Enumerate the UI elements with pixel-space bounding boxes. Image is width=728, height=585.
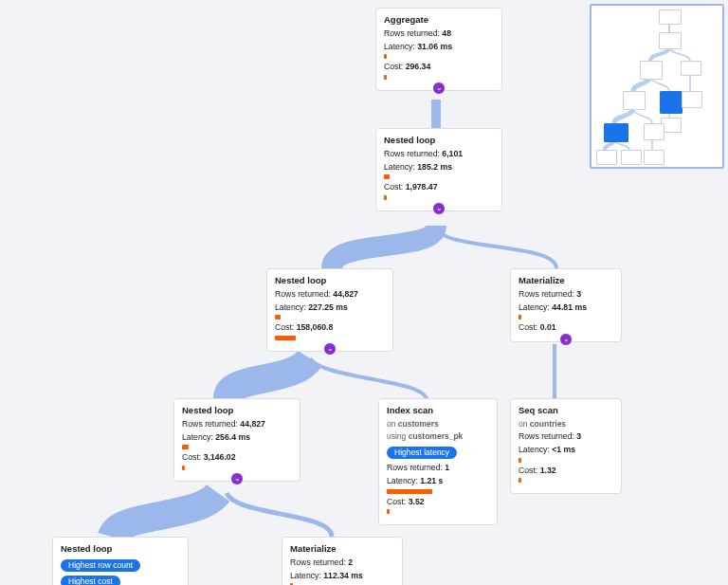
expand-toggle[interactable]: ⌄	[323, 342, 337, 356]
node-nested-loop-3[interactable]: Nested loop Rows returned: 44,827 Latenc…	[173, 398, 300, 482]
node-title: Seq scan	[519, 405, 613, 417]
node-title: Materialize	[519, 275, 613, 287]
badge-highest-cost: Highest cost	[61, 576, 120, 585]
node-title: Materialize	[290, 543, 394, 556]
node-index-scan[interactable]: Index scan on customers using customers_…	[378, 398, 498, 525]
node-title: Aggregate	[384, 14, 494, 27]
node-materialize-2[interactable]: Materialize Rows returned: 2 Latency: 11…	[282, 537, 403, 585]
node-title: Index scan	[387, 405, 489, 417]
node-nested-loop-4[interactable]: Nested loop Highest row count Highest co…	[52, 537, 189, 585]
node-nested-loop-1[interactable]: Nested loop Rows returned: 6,101 Latency…	[375, 128, 502, 211]
query-plan-canvas[interactable]: Aggregate Rows returned: 48 Latency: 31.…	[0, 0, 728, 585]
minimap-edges	[592, 6, 722, 167]
expand-toggle[interactable]: ⌄	[230, 472, 244, 485]
cost-line: Cost: 296.34	[384, 62, 494, 73]
node-seq-scan[interactable]: Seq scan on countries Rows returned: 3 L…	[510, 398, 622, 494]
node-title: Nested loop	[182, 405, 292, 417]
node-title: Nested loop	[275, 275, 385, 287]
latency-line: Latency: 31.06 ms	[384, 42, 494, 53]
minimap[interactable]	[590, 4, 724, 169]
node-title: Nested loop	[384, 135, 494, 147]
node-nested-loop-2[interactable]: Nested loop Rows returned: 44,827 Latenc…	[266, 268, 393, 352]
badge-highest-row-count: Highest row count	[61, 559, 140, 572]
node-aggregate[interactable]: Aggregate Rows returned: 48 Latency: 31.…	[375, 8, 502, 91]
latency-bar	[384, 54, 387, 59]
node-materialize-1[interactable]: Materialize Rows returned: 3 Latency: 44…	[510, 268, 622, 342]
expand-toggle[interactable]: ⌄	[432, 202, 446, 215]
expand-toggle[interactable]: ⌄	[559, 333, 573, 346]
expand-toggle[interactable]: ⌄	[432, 82, 446, 95]
badge-highest-latency: Highest latency	[387, 447, 457, 459]
rows-line: Rows returned: 48	[384, 28, 494, 40]
cost-bar	[384, 75, 387, 80]
node-title: Nested loop	[61, 543, 180, 556]
